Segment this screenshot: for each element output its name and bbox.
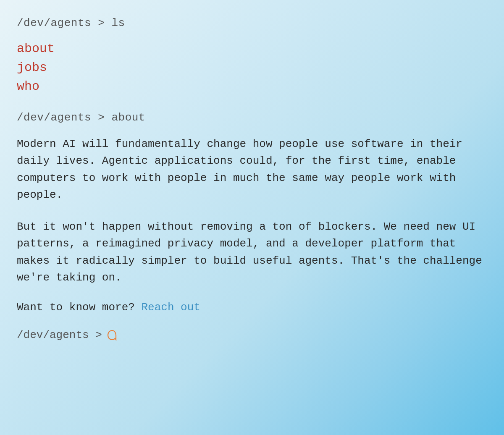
nav-link-who[interactable]: who: [17, 77, 487, 96]
cursor-line: /dev/agents >: [17, 329, 487, 341]
reach-out-prefix: Want to know more?: [17, 301, 135, 314]
about-paragraph-1: Modern AI will fundamentally change how …: [17, 136, 487, 203]
about-command: /dev/agents > about: [17, 111, 487, 124]
ls-command: /dev/agents > ls: [17, 17, 487, 29]
terminal-container: /dev/agents > ls about jobs who /dev/age…: [17, 17, 487, 341]
cursor-icon: [106, 329, 118, 341]
nav-links-list: about jobs who: [17, 39, 487, 96]
nav-link-about[interactable]: about: [17, 39, 487, 58]
nav-link-jobs[interactable]: jobs: [17, 58, 487, 77]
cursor-prompt: /dev/agents >: [17, 329, 102, 341]
reach-out-link[interactable]: Reach out: [141, 301, 200, 314]
about-paragraph-2: But it won't happen without removing a t…: [17, 218, 487, 286]
reach-out-line: Want to know more? Reach out: [17, 301, 487, 314]
